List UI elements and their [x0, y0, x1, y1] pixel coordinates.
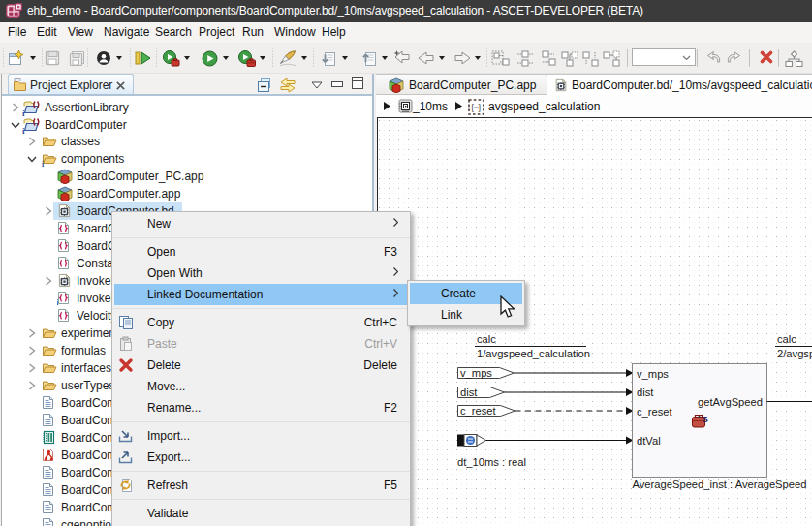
svg-text:2/avgspeed_c: 2/avgspeed_c	[777, 348, 812, 359]
svg-text:v_mps: v_mps	[637, 368, 669, 380]
svg-text:calc: calc	[777, 333, 796, 345]
svg-text:1/avgspeed_calculation: 1/avgspeed_calculation	[477, 348, 590, 359]
svg-text:dist: dist	[637, 387, 654, 398]
svg-text:dist: dist	[460, 387, 478, 398]
svg-text:dt_10ms : real: dt_10ms : real	[457, 456, 526, 468]
svg-text:dtVal: dtVal	[637, 435, 661, 447]
svg-text:AverageSpeed_inst : AverageSpe: AverageSpeed_inst : AverageSpeed	[633, 479, 807, 490]
svg-text:c_reset: c_reset	[637, 406, 673, 418]
svg-text:v_mps: v_mps	[460, 367, 492, 379]
svg-text:calc: calc	[477, 333, 496, 345]
svg-text:{: {	[471, 103, 474, 112]
svg-text:getAvgSpeed: getAvgSpeed	[698, 396, 763, 408]
svg-text:c_reset: c_reset	[460, 405, 497, 417]
svg-text:S: S	[703, 414, 708, 424]
